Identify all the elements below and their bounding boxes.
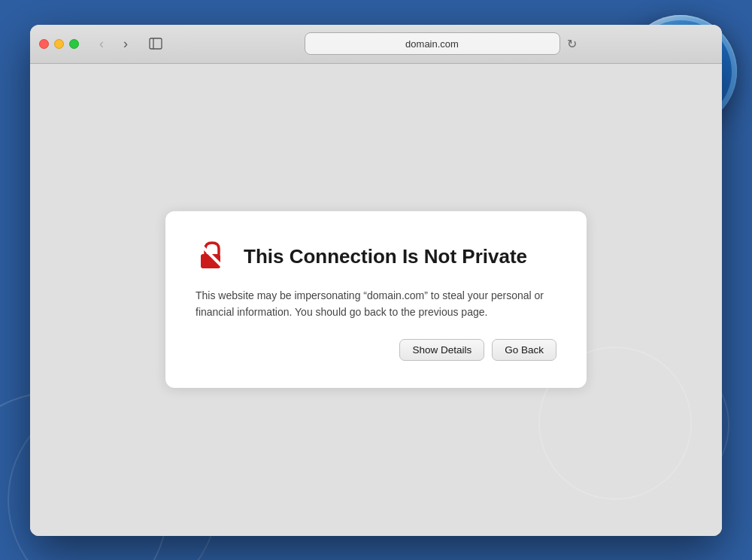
- lock-icon-container: [196, 238, 232, 274]
- address-text: domain.com: [405, 38, 459, 50]
- back-icon: ‹: [99, 36, 104, 52]
- error-description: This website may be impersonating “domai…: [196, 288, 556, 320]
- close-button[interactable]: [39, 39, 49, 49]
- browser-window: ‹ › domain.com ↻: [30, 25, 722, 536]
- sidebar-toggle-button[interactable]: [145, 33, 166, 54]
- traffic-lights: [39, 39, 79, 49]
- back-button[interactable]: ‹: [91, 33, 112, 54]
- go-back-button[interactable]: Go Back: [492, 339, 556, 361]
- reload-button[interactable]: ↻: [563, 35, 581, 53]
- forward-icon: ›: [123, 36, 128, 52]
- show-details-button[interactable]: Show Details: [399, 339, 484, 361]
- error-actions: Show Details Go Back: [196, 339, 556, 361]
- title-bar: ‹ › domain.com ↻: [30, 25, 722, 64]
- error-title: This Connection Is Not Private: [244, 245, 527, 268]
- sidebar-icon: [149, 38, 162, 50]
- error-header: This Connection Is Not Private: [196, 238, 556, 274]
- maximize-button[interactable]: [69, 39, 79, 49]
- minimize-button[interactable]: [54, 39, 64, 49]
- nav-buttons: ‹ ›: [91, 33, 136, 54]
- address-bar[interactable]: domain.com: [305, 32, 560, 55]
- browser-content: This Connection Is Not Private This webs…: [30, 64, 722, 536]
- reload-icon: ↻: [567, 37, 577, 51]
- not-private-icon: [196, 238, 229, 271]
- address-bar-container: domain.com ↻: [172, 32, 713, 55]
- error-card: This Connection Is Not Private This webs…: [165, 211, 587, 387]
- svg-rect-37: [150, 38, 162, 49]
- forward-button[interactable]: ›: [115, 33, 136, 54]
